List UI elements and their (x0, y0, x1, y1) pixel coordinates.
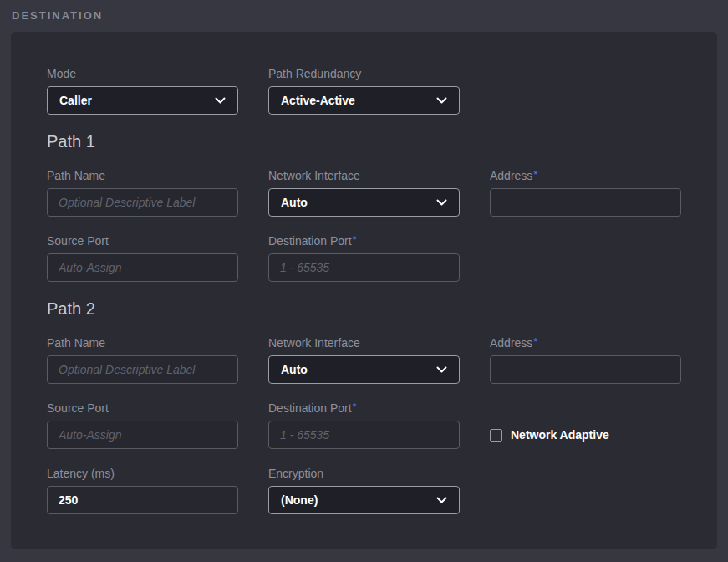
path1-network-interface-field: Network Interface Auto (268, 170, 460, 217)
encryption-field: Encryption (None) (268, 467, 460, 514)
path1-source-port-field: Source Port (47, 235, 238, 282)
required-asterisk: * (353, 233, 357, 246)
path2-network-interface-select[interactable]: Auto (268, 355, 460, 384)
chevron-down-icon (436, 366, 447, 374)
network-adaptive-label: Network Adaptive (511, 428, 609, 442)
path2-row-2: Source Port Destination Port* Network Ad… (47, 402, 681, 449)
path2-source-port-label: Source Port (47, 402, 238, 414)
path2-network-interface-field: Network Interface Auto (268, 337, 460, 384)
encryption-select[interactable]: (None) (268, 486, 460, 514)
chevron-down-icon (436, 497, 447, 504)
mode-label: Mode (47, 68, 238, 79)
chevron-down-icon (436, 97, 447, 105)
path-redundancy-select-value: Active-Active (281, 94, 355, 107)
required-asterisk: * (533, 168, 537, 181)
mode-field: Mode Caller (47, 68, 238, 115)
required-asterisk: * (533, 335, 537, 348)
destination-panel: Mode Caller Path Redundancy Active-Activ… (11, 32, 717, 549)
path1-destination-port-input[interactable] (268, 253, 460, 282)
network-adaptive-field: Network Adaptive (490, 402, 681, 449)
latency-input[interactable] (47, 486, 238, 514)
chevron-down-icon (436, 199, 447, 207)
destination-page: DESTINATION Mode Caller Path Redundancy … (0, 0, 728, 562)
path2-address-field: Address* (490, 337, 681, 384)
path2-heading: Path 2 (47, 299, 681, 319)
encryption-select-value: (None) (281, 493, 318, 507)
mode-select-value: Caller (59, 94, 92, 107)
path1-name-field: Path Name (47, 170, 238, 217)
path-redundancy-field: Path Redundancy Active-Active (268, 68, 460, 115)
path2-network-interface-select-value: Auto (281, 363, 308, 376)
path1-source-port-label: Source Port (47, 235, 238, 247)
path2-name-field: Path Name (47, 337, 238, 384)
mode-row: Mode Caller Path Redundancy Active-Activ… (47, 68, 681, 115)
path2-source-port-input[interactable] (47, 421, 238, 449)
path1-network-interface-select[interactable]: Auto (268, 188, 460, 217)
path1-address-field: Address* (490, 170, 681, 217)
chevron-down-icon (215, 97, 226, 105)
path1-source-port-input[interactable] (47, 253, 238, 282)
path2-destination-port-field: Destination Port* (268, 402, 460, 449)
path1-row-2: Source Port Destination Port* (47, 235, 681, 282)
path2-destination-port-label: Destination Port* (268, 402, 460, 414)
path-redundancy-label: Path Redundancy (268, 68, 460, 79)
path1-row-1: Path Name Network Interface Auto Address… (47, 170, 681, 217)
path1-heading: Path 1 (47, 131, 681, 151)
path1-address-input[interactable] (490, 188, 681, 217)
latency-label: Latency (ms) (47, 467, 238, 479)
latency-row: Latency (ms) Encryption (None) (47, 467, 681, 514)
path2-destination-port-input[interactable] (268, 421, 460, 449)
path2-row-1: Path Name Network Interface Auto Address… (47, 337, 681, 384)
required-asterisk: * (353, 401, 357, 413)
path2-name-input[interactable] (47, 355, 238, 384)
path2-address-label: Address* (490, 337, 681, 349)
path1-address-label: Address* (490, 170, 681, 181)
path1-destination-port-label: Destination Port* (268, 235, 460, 247)
path1-destination-port-field: Destination Port* (268, 235, 460, 282)
encryption-label: Encryption (268, 467, 460, 479)
section-title: DESTINATION (12, 9, 103, 22)
network-adaptive-checkbox[interactable] (490, 429, 502, 442)
path2-network-interface-label: Network Interface (268, 337, 460, 349)
path2-source-port-field: Source Port (47, 402, 238, 449)
latency-field: Latency (ms) (47, 467, 238, 514)
path2-address-input[interactable] (490, 355, 681, 384)
path1-name-input[interactable] (47, 188, 238, 217)
path1-name-label: Path Name (47, 170, 238, 181)
mode-select[interactable]: Caller (47, 86, 238, 115)
network-adaptive-row: Network Adaptive (490, 421, 681, 449)
path-redundancy-select[interactable]: Active-Active (268, 86, 460, 115)
path1-network-interface-select-value: Auto (281, 196, 308, 209)
path1-network-interface-label: Network Interface (268, 170, 460, 181)
path2-name-label: Path Name (47, 337, 238, 349)
